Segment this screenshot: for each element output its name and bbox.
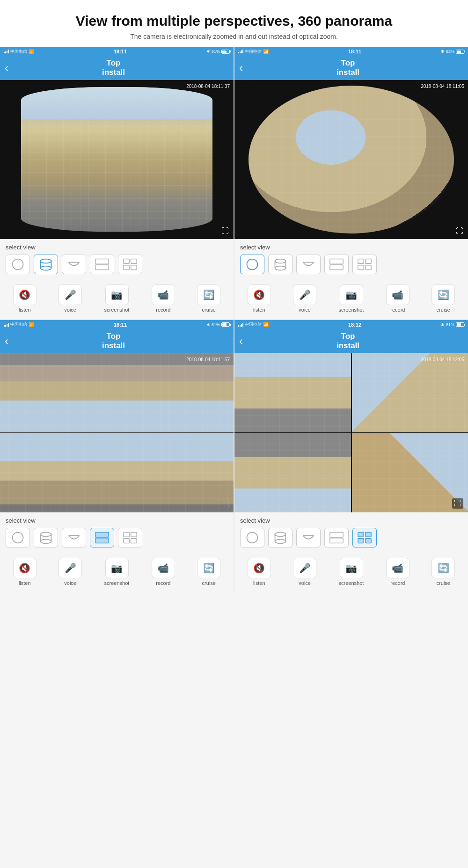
- view-option-two-4[interactable]: [324, 528, 349, 547]
- listen-btn-2[interactable]: 🔇: [248, 284, 271, 305]
- view-option-two-3[interactable]: [90, 528, 114, 547]
- screenshot-btn-4[interactable]: 📷: [340, 558, 363, 578]
- control-cruise-3[interactable]: 🔄 cruise: [197, 558, 220, 586]
- screenshot-btn-1[interactable]: 📷: [105, 284, 129, 305]
- svg-rect-32: [124, 532, 129, 537]
- battery-icon-2: [456, 50, 464, 54]
- status-right-2: ✱ 62%: [441, 49, 464, 54]
- svg-rect-23: [366, 265, 371, 270]
- view-option-cylinder-1[interactable]: [34, 255, 58, 274]
- view-option-bowl-1[interactable]: [62, 255, 86, 274]
- fullscreen-icon-2[interactable]: ⛶: [456, 227, 463, 235]
- view-option-four-1[interactable]: [118, 255, 142, 274]
- signal-icon-1: [4, 50, 9, 53]
- control-record-1[interactable]: 📹 record: [152, 284, 175, 313]
- control-voice-3[interactable]: 🎤 voice: [58, 558, 82, 586]
- record-btn-2[interactable]: 📹: [386, 284, 410, 305]
- select-view-label-4: select view: [240, 517, 462, 524]
- battery-pct-2: 62%: [446, 49, 454, 54]
- listen-btn-1[interactable]: 🔇: [13, 284, 37, 305]
- voice-btn-3[interactable]: 🎤: [58, 558, 82, 578]
- listen-label-3: listen: [19, 580, 31, 586]
- phone-panel-4: 中国电信 📶 18:12 ✱ 61% ‹ Topinstall 2018-08-…: [234, 320, 468, 592]
- view-option-cylinder-3[interactable]: [34, 528, 58, 547]
- control-listen-2[interactable]: 🔇 listen: [248, 284, 271, 313]
- control-cruise-2[interactable]: 🔄 cruise: [431, 284, 455, 313]
- back-btn-4[interactable]: ‹: [239, 335, 243, 348]
- back-btn-3[interactable]: ‹: [5, 335, 8, 348]
- listen-btn-4[interactable]: 🔇: [248, 558, 271, 578]
- control-cruise-1[interactable]: 🔄 cruise: [197, 284, 220, 313]
- view-option-circle-4[interactable]: [240, 528, 264, 547]
- control-screenshot-2[interactable]: 📷 screenshot: [339, 284, 364, 313]
- control-voice-1[interactable]: 🎤 voice: [58, 284, 82, 313]
- record-btn-4[interactable]: 📹: [386, 558, 410, 578]
- select-view-section-1: select view: [0, 239, 234, 282]
- record-label-3: record: [156, 580, 170, 586]
- control-record-3[interactable]: 📹 record: [152, 558, 175, 586]
- voice-btn-2[interactable]: 🎤: [293, 284, 316, 305]
- control-screenshot-3[interactable]: 📷 screenshot: [104, 558, 130, 586]
- select-view-label-1: select view: [6, 244, 228, 251]
- wifi-icon-4: 📶: [263, 322, 269, 327]
- view-option-circle-1[interactable]: [6, 255, 30, 274]
- control-screenshot-1[interactable]: 📷 screenshot: [104, 284, 130, 313]
- svg-point-24: [13, 532, 23, 543]
- fullscreen-icon-4[interactable]: ⛶: [452, 498, 463, 509]
- svg-rect-9: [131, 259, 137, 263]
- battery-pct-3: 61%: [212, 322, 220, 327]
- fullscreen-icon-1[interactable]: ⛶: [221, 227, 229, 235]
- voice-btn-1[interactable]: 🎤: [58, 284, 82, 305]
- view-option-two-2[interactable]: [324, 255, 349, 274]
- cruise-btn-4[interactable]: 🔄: [431, 558, 455, 578]
- cruise-btn-2[interactable]: 🔄: [431, 284, 455, 305]
- control-voice-2[interactable]: 🎤 voice: [293, 284, 316, 313]
- record-btn-1[interactable]: 📹: [152, 284, 175, 305]
- svg-point-28: [41, 539, 51, 543]
- control-listen-3[interactable]: 🔇 listen: [13, 558, 37, 586]
- view-option-bowl-2[interactable]: [296, 255, 321, 274]
- svg-point-36: [247, 532, 258, 543]
- listen-btn-3[interactable]: 🔇: [13, 558, 37, 578]
- cruise-btn-1[interactable]: 🔄: [197, 284, 220, 305]
- view-option-cylinder-4[interactable]: [268, 528, 292, 547]
- screenshot-label-4: screenshot: [339, 580, 364, 586]
- signal-icon-4: [238, 323, 243, 327]
- status-left-3: 中国电信 📶: [4, 321, 34, 328]
- voice-btn-4[interactable]: 🎤: [293, 558, 316, 578]
- nav-title-4: Topinstall: [247, 332, 449, 351]
- screenshot-btn-2[interactable]: 📷: [340, 284, 363, 305]
- fullscreen-icon-3[interactable]: ⛶: [221, 500, 229, 509]
- control-voice-4[interactable]: 🎤 voice: [293, 558, 316, 586]
- listen-label-4: listen: [253, 580, 265, 586]
- view-option-circle-2[interactable]: [240, 255, 264, 274]
- control-cruise-4[interactable]: 🔄 cruise: [431, 558, 455, 586]
- view-option-cylinder-2[interactable]: [268, 255, 292, 274]
- page-title: View from multiple perspectives, 360 pan…: [19, 13, 449, 29]
- view-option-bowl-4[interactable]: [296, 528, 321, 547]
- control-record-4[interactable]: 📹 record: [386, 558, 410, 586]
- control-listen-1[interactable]: 🔇 listen: [13, 284, 37, 313]
- control-listen-4[interactable]: 🔇 listen: [248, 558, 271, 586]
- cruise-btn-3[interactable]: 🔄: [197, 558, 220, 578]
- time-4: 18:12: [348, 322, 361, 328]
- cruise-label-3: cruise: [202, 580, 216, 586]
- svg-rect-47: [366, 538, 371, 543]
- back-btn-1[interactable]: ‹: [5, 61, 8, 74]
- view-option-four-3[interactable]: [118, 528, 142, 547]
- screenshot-btn-3[interactable]: 📷: [105, 558, 129, 578]
- view-option-bowl-3[interactable]: [62, 528, 86, 547]
- view-option-circle-3[interactable]: [6, 528, 30, 547]
- time-2: 18:11: [348, 49, 361, 54]
- view-option-four-2[interactable]: [352, 255, 377, 274]
- view-option-two-1[interactable]: [90, 255, 114, 274]
- svg-rect-6: [95, 259, 109, 264]
- control-screenshot-4[interactable]: 📷 screenshot: [339, 558, 364, 586]
- view-option-four-4[interactable]: [352, 528, 377, 547]
- svg-rect-11: [131, 265, 137, 270]
- back-btn-2[interactable]: ‹: [239, 61, 243, 74]
- record-btn-3[interactable]: 📹: [152, 558, 175, 578]
- svg-point-13: [275, 259, 286, 263]
- control-record-2[interactable]: 📹 record: [386, 284, 410, 313]
- svg-point-1: [41, 259, 51, 263]
